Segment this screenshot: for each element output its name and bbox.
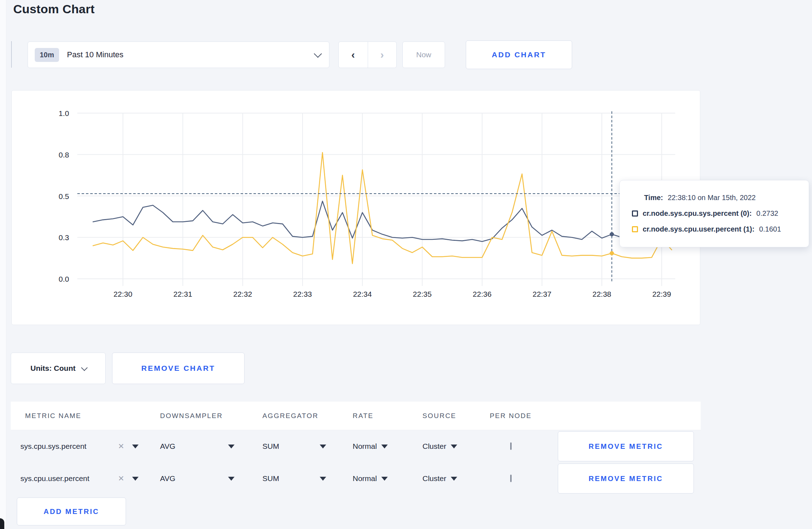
downsampler-value: AVG bbox=[160, 474, 175, 483]
downsampler-select[interactable]: AVG bbox=[160, 442, 235, 451]
x-axis-label: 22:35 bbox=[413, 290, 432, 298]
dropdown-arrow-icon bbox=[228, 477, 235, 481]
x-axis-label: 22:31 bbox=[173, 290, 192, 298]
series-swatch-icon bbox=[632, 210, 638, 217]
chart-card[interactable]: 22:3022:3122:3222:3322:3422:3522:3622:37… bbox=[11, 90, 700, 325]
dropdown-arrow-icon bbox=[320, 477, 326, 481]
metrics-table: METRIC NAME DOWNSAMPLER AGGREGATOR RATE … bbox=[11, 402, 701, 495]
now-button[interactable]: Now bbox=[402, 42, 445, 68]
x-axis-label: 22:38 bbox=[593, 290, 612, 298]
chevron-right-icon: › bbox=[380, 49, 384, 61]
units-dropdown[interactable]: Units: Count bbox=[11, 353, 106, 384]
metric-row: sys.cpu.user.percent ✕ AVG SUM Normal Cl… bbox=[11, 462, 701, 495]
y-axis-label: 1.0 bbox=[59, 109, 69, 117]
y-axis-label: 0.0 bbox=[59, 275, 69, 283]
rate-select[interactable]: Normal bbox=[353, 442, 422, 451]
x-axis-label: 22:37 bbox=[533, 290, 552, 298]
metric-name-value: sys.cpu.user.percent bbox=[20, 474, 118, 483]
dropdown-arrow-icon bbox=[381, 477, 388, 481]
chevron-down-icon bbox=[314, 50, 322, 58]
source-select[interactable]: Cluster bbox=[422, 442, 483, 451]
tooltip-time-value: 22:38:10 on Mar 15th, 2022 bbox=[668, 194, 756, 202]
hover-dot-1 bbox=[610, 251, 614, 255]
column-header-source: SOURCE bbox=[422, 412, 483, 420]
time-range-badge: 10m bbox=[35, 48, 59, 62]
column-header-aggregator: AGGREGATOR bbox=[262, 412, 353, 420]
y-axis-label: 0.5 bbox=[59, 192, 69, 200]
next-range-button[interactable]: › bbox=[368, 42, 397, 68]
add-metric-button[interactable]: ADD METRIC bbox=[17, 498, 126, 525]
aggregator-select[interactable]: SUM bbox=[262, 474, 326, 483]
per-node-checkbox[interactable] bbox=[510, 442, 512, 450]
add-chart-button[interactable]: ADD CHART bbox=[466, 40, 572, 69]
series-line-1 bbox=[93, 152, 672, 264]
metric-name-select[interactable]: sys.cpu.sys.percent ✕ bbox=[20, 442, 139, 451]
units-label: Units: Count bbox=[30, 364, 76, 373]
left-gutter bbox=[0, 0, 6, 529]
hover-dot-0 bbox=[610, 232, 614, 236]
column-header-rate: RATE bbox=[353, 412, 422, 420]
chart-canvas[interactable]: 22:3022:3122:3222:3322:3422:3522:3622:37… bbox=[12, 91, 701, 325]
remove-chart-button[interactable]: REMOVE CHART bbox=[112, 353, 245, 384]
time-range-arrows: ‹ › bbox=[338, 42, 397, 68]
aggregator-value: SUM bbox=[262, 474, 279, 483]
metric-name-select[interactable]: sys.cpu.user.percent ✕ bbox=[20, 474, 139, 483]
downsampler-value: AVG bbox=[160, 442, 175, 451]
time-range-label: Past 10 Minutes bbox=[67, 50, 124, 59]
source-value: Cluster bbox=[422, 474, 446, 483]
column-header-metric-name: METRIC NAME bbox=[11, 412, 160, 420]
dropdown-arrow-icon bbox=[320, 445, 326, 448]
chart-tooltip: Time: 22:38:10 on Mar 15th, 2022 cr.node… bbox=[619, 180, 809, 247]
prev-range-button[interactable]: ‹ bbox=[339, 42, 368, 68]
per-node-checkbox[interactable] bbox=[510, 475, 512, 482]
clear-metric-icon[interactable]: ✕ bbox=[118, 474, 124, 483]
rate-value: Normal bbox=[353, 442, 377, 451]
y-axis-label: 0.8 bbox=[59, 151, 69, 159]
tooltip-series-label: cr.node.sys.cpu.user.percent (1): bbox=[643, 225, 754, 233]
chevron-left-icon: ‹ bbox=[351, 49, 355, 61]
toolbar-divider bbox=[11, 41, 12, 68]
remove-metric-button[interactable]: REMOVE METRIC bbox=[558, 431, 694, 461]
metrics-table-header: METRIC NAME DOWNSAMPLER AGGREGATOR RATE … bbox=[11, 402, 701, 430]
dropdown-arrow-icon[interactable] bbox=[132, 445, 139, 448]
downsampler-select[interactable]: AVG bbox=[160, 474, 235, 483]
page-title: Custom Chart bbox=[13, 2, 95, 16]
rate-value: Normal bbox=[353, 474, 377, 483]
tooltip-series-value: 0.1601 bbox=[759, 225, 781, 233]
tooltip-series-value: 0.2732 bbox=[757, 209, 778, 218]
aggregator-select[interactable]: SUM bbox=[262, 442, 326, 451]
dropdown-arrow-icon bbox=[451, 477, 457, 481]
x-axis-label: 22:32 bbox=[233, 290, 252, 298]
metric-name-value: sys.cpu.sys.percent bbox=[20, 442, 118, 451]
tooltip-series-label: cr.node.sys.cpu.sys.percent (0): bbox=[643, 209, 752, 218]
dropdown-arrow-icon bbox=[381, 445, 388, 448]
source-value: Cluster bbox=[422, 442, 446, 451]
column-header-per-node: PER NODE bbox=[483, 412, 548, 420]
clear-metric-icon[interactable]: ✕ bbox=[118, 442, 124, 451]
rate-select[interactable]: Normal bbox=[353, 474, 422, 483]
time-range-dropdown[interactable]: 10m Past 10 Minutes bbox=[28, 42, 329, 68]
dropdown-arrow-icon[interactable] bbox=[132, 477, 139, 481]
x-axis-label: 22:36 bbox=[473, 290, 492, 298]
source-select[interactable]: Cluster bbox=[422, 474, 483, 483]
dropdown-arrow-icon bbox=[451, 445, 457, 448]
series-swatch-icon bbox=[632, 226, 638, 232]
chevron-down-icon bbox=[81, 364, 87, 371]
tooltip-time-label: Time: bbox=[644, 194, 663, 202]
x-axis-label: 22:39 bbox=[652, 290, 671, 298]
metric-row: sys.cpu.sys.percent ✕ AVG SUM Normal Clu… bbox=[11, 430, 701, 462]
y-axis-label: 0.3 bbox=[59, 233, 69, 242]
dropdown-arrow-icon bbox=[228, 445, 235, 448]
x-axis-label: 22:30 bbox=[113, 290, 132, 298]
aggregator-value: SUM bbox=[262, 442, 279, 451]
x-axis-label: 22:34 bbox=[353, 290, 372, 298]
column-header-downsampler: DOWNSAMPLER bbox=[160, 412, 262, 420]
series-line-0 bbox=[93, 201, 672, 242]
x-axis-label: 22:33 bbox=[293, 290, 312, 298]
remove-metric-button[interactable]: REMOVE METRIC bbox=[558, 464, 694, 494]
